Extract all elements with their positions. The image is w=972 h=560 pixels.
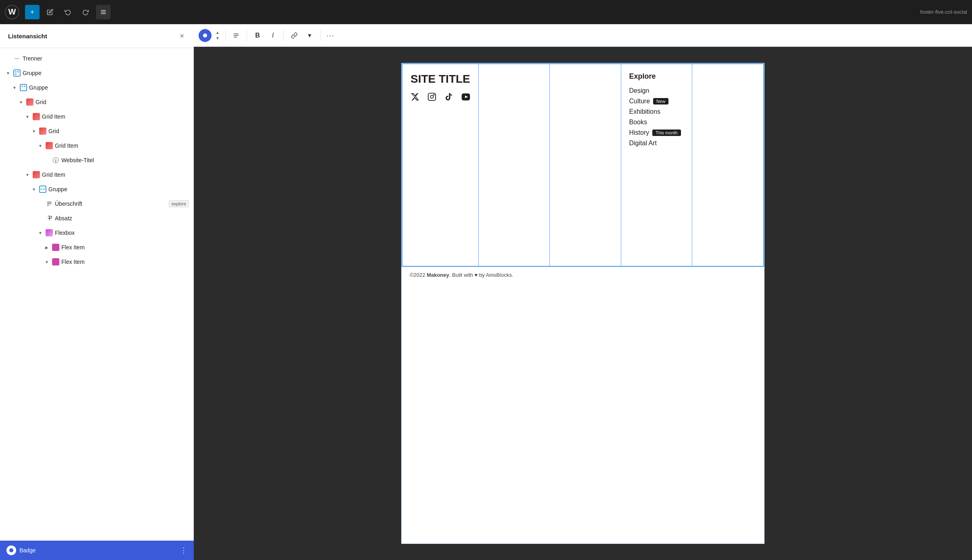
italic-button[interactable]: I xyxy=(266,29,279,42)
edit-button[interactable] xyxy=(43,5,57,19)
undo-button[interactable] xyxy=(61,5,75,19)
footer-col-4: Explore Design Culture New Exhibitions xyxy=(621,64,692,266)
svg-rect-8 xyxy=(21,86,23,87)
tree-item-flex-item1[interactable]: Flex Item xyxy=(0,240,194,255)
tree-item-absatz[interactable]: Absatz xyxy=(0,211,194,226)
tree-item-grid2[interactable]: Grid xyxy=(0,124,194,138)
canvas: SITE TITLE xyxy=(194,47,972,560)
block-icon-grid-item3 xyxy=(32,171,40,179)
chevron-grid2 xyxy=(31,128,37,134)
block-icon-grid-item2 xyxy=(45,142,53,150)
nav-item-design[interactable]: Design xyxy=(629,87,684,94)
footer-col-5 xyxy=(692,64,763,266)
link-button[interactable] xyxy=(288,29,301,42)
move-up-button[interactable]: ▲ xyxy=(214,30,221,35)
nav-label-design: Design xyxy=(629,87,649,94)
youtube-icon[interactable] xyxy=(461,92,470,104)
svg-point-21 xyxy=(430,95,433,98)
tree-label-flex-item2: Flex Item xyxy=(61,259,189,265)
tree-item-grid1[interactable]: Grid xyxy=(0,95,194,109)
block-icon-gruppe2 xyxy=(19,84,27,92)
toolbar-separator-4 xyxy=(320,30,321,41)
block-icon-flexbox xyxy=(45,229,53,237)
nav-item-culture[interactable]: Culture New xyxy=(629,98,684,105)
toolbar-separator-1 xyxy=(225,30,226,41)
svg-point-16 xyxy=(203,33,207,38)
tree-label-ueberschrift: Überschrift xyxy=(55,201,167,207)
chevron-grid-item1 xyxy=(24,113,31,120)
tree-item-trenner[interactable]: — Trenner xyxy=(0,51,194,66)
sidebar-title: Listenansicht xyxy=(8,33,47,40)
nav-item-digital-art[interactable]: Digital Art xyxy=(629,140,684,147)
social-icons-row xyxy=(411,86,470,110)
nav-item-history[interactable]: History This month xyxy=(629,129,684,136)
chevron-gruppe3 xyxy=(31,186,37,192)
tree-label-trenner: Trenner xyxy=(23,55,189,62)
align-button[interactable] xyxy=(230,29,243,42)
tree-item-ueberschrift[interactable]: Überschrift explore xyxy=(0,196,194,211)
tree-item-gruppe2[interactable]: Gruppe xyxy=(0,80,194,95)
svg-rect-4 xyxy=(15,71,17,73)
chevron-flex-item1 xyxy=(44,244,50,251)
svg-rect-15 xyxy=(43,188,45,190)
tree-item-gruppe1[interactable]: Gruppe xyxy=(0,66,194,80)
tiktok-icon[interactable] xyxy=(444,92,453,104)
toolbar-separator-3 xyxy=(283,30,284,41)
tree-item-gruppe3[interactable]: Gruppe xyxy=(0,182,194,196)
tree-item-website-titel[interactable]: Website-Titel xyxy=(0,153,194,167)
footer-preview: SITE TITLE xyxy=(401,63,765,544)
svg-rect-5 xyxy=(17,71,19,73)
explore-heading: Explore xyxy=(629,72,684,81)
badge-dot xyxy=(9,548,13,552)
wp-logo[interactable]: W xyxy=(5,5,19,19)
block-icon-absatz xyxy=(45,214,53,222)
sidebar-bottom-bar: Badge ⋮ xyxy=(0,541,194,560)
chevron-gruppe1 xyxy=(5,70,11,76)
nav-label-digital-art: Digital Art xyxy=(629,140,657,147)
tree-label-flexbox: Flexbox xyxy=(55,230,189,236)
chevron-down-button[interactable]: ▾ xyxy=(303,29,316,42)
move-down-button[interactable]: ▼ xyxy=(214,36,221,41)
svg-rect-20 xyxy=(428,93,436,100)
site-title: SITE TITLE xyxy=(411,72,470,86)
canvas-area: ▲ ▼ B I ▾ ⋯ SITE TIT xyxy=(194,24,972,560)
instagram-icon[interactable] xyxy=(427,92,436,104)
svg-point-22 xyxy=(434,94,434,95)
chevron-flex-item2 xyxy=(44,259,50,265)
toolbar-separator-2 xyxy=(247,30,247,41)
more-options-button[interactable]: ⋯ xyxy=(326,31,334,40)
list-view-button[interactable] xyxy=(96,5,111,19)
tree-item-flex-item2[interactable]: Flex Item xyxy=(0,255,194,269)
nav-item-exhibitions[interactable]: Exhibitions xyxy=(629,108,684,115)
tree-label-gruppe1: Gruppe xyxy=(23,70,189,76)
badge-more-button[interactable]: ⋮ xyxy=(180,546,187,555)
tree-label-grid2: Grid xyxy=(48,128,189,134)
tree-item-flexbox[interactable]: Flexbox xyxy=(0,226,194,240)
redo-button[interactable] xyxy=(78,5,93,19)
twitter-icon[interactable] xyxy=(411,92,419,104)
active-block-icon xyxy=(199,29,212,42)
nav-item-books[interactable]: Books xyxy=(629,119,684,126)
tree-label-grid-item2: Grid Item xyxy=(55,142,189,149)
tree-item-grid-item2[interactable]: Grid Item xyxy=(0,138,194,153)
footer-col-1: SITE TITLE xyxy=(402,64,479,266)
footer-grid: SITE TITLE xyxy=(402,63,764,267)
sidebar-close-button[interactable]: × xyxy=(178,31,186,41)
tree-label-gruppe2: Gruppe xyxy=(29,84,189,91)
sidebar-tree: — Trenner Gruppe Gruppe xyxy=(0,48,194,541)
credits-brand: Makoney xyxy=(427,272,449,278)
sidebar-header: Listenansicht × xyxy=(0,24,194,48)
tree-item-grid-item1[interactable]: Grid Item xyxy=(0,109,194,124)
svg-rect-14 xyxy=(40,188,42,190)
footer-credits: ©2022 Makoney. Built with ♥ by AinoBlock… xyxy=(402,267,764,283)
chevron-grid-item2 xyxy=(37,142,44,149)
sidebar: Listenansicht × — Trenner Gruppe xyxy=(0,24,194,560)
footer-col-2 xyxy=(479,64,550,266)
nav-label-culture: Culture xyxy=(629,98,650,105)
svg-rect-3 xyxy=(14,70,20,76)
add-block-button[interactable]: + xyxy=(25,5,40,19)
tree-label-flex-item1: Flex Item xyxy=(61,244,189,251)
tree-item-grid-item3[interactable]: Grid Item xyxy=(0,167,194,182)
tree-label-absatz: Absatz xyxy=(55,215,189,221)
bold-button[interactable]: B xyxy=(251,29,264,42)
